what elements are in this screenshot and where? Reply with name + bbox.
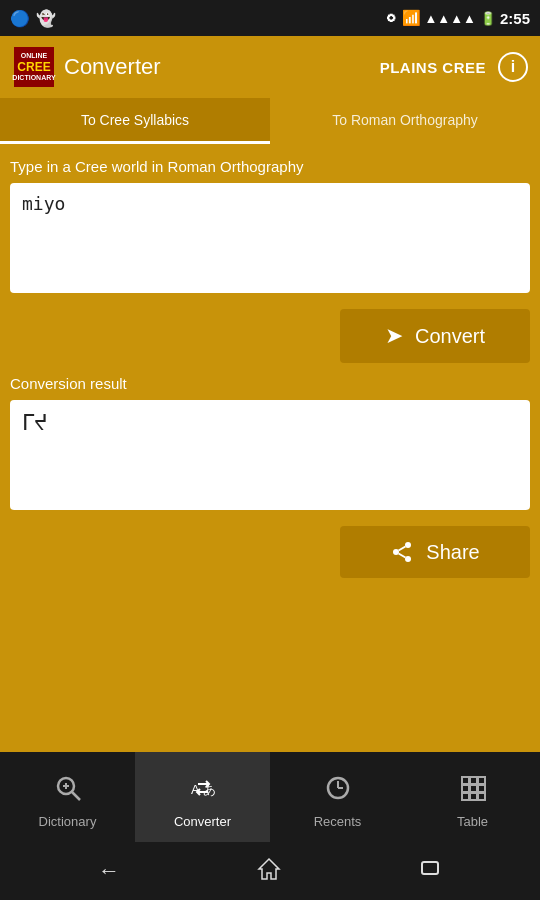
recents-button[interactable] [418,856,442,886]
main-content: Type in a Cree world in Roman Orthograph… [0,144,540,588]
header-left: ONLINE CREE DICTIONARY Converter [12,45,161,89]
output-label: Conversion result [10,375,530,392]
svg-rect-14 [462,777,469,784]
bluetooth-icon: ⭘ [384,10,398,26]
nav-label-table: Table [457,814,488,829]
logo-line2: CREE [17,60,50,74]
share-icon [390,540,414,564]
app-logo: ONLINE CREE DICTIONARY [12,45,56,89]
share-button[interactable]: Share [340,526,530,578]
header-right: PLAINS CREE i [380,52,528,82]
send-icon: ➤ [385,323,403,349]
nav-item-dictionary[interactable]: Dictionary [0,752,135,842]
bottom-nav: Dictionary A あ Converter Recents [0,752,540,842]
svg-marker-23 [259,859,279,879]
table-icon [459,774,487,809]
svg-rect-24 [422,862,438,874]
input-instruction: Type in a Cree world in Roman Orthograph… [10,158,530,175]
svg-line-4 [399,547,406,551]
header: ONLINE CREE DICTIONARY Converter PLAINS … [0,36,540,98]
svg-point-0 [405,542,411,548]
logo-line3: DICTIONARY [12,74,55,82]
svg-rect-21 [470,793,477,800]
wifi-icon: 📶 [402,9,421,27]
nav-label-converter: Converter [174,814,231,829]
convert-button-label: Convert [415,325,485,348]
svg-line-6 [72,792,80,800]
nav-item-table[interactable]: Table [405,752,540,842]
svg-rect-19 [478,785,485,792]
conversion-output [10,400,530,510]
nav-item-converter[interactable]: A あ Converter [135,752,270,842]
app-title: Converter [64,54,161,80]
home-button[interactable] [256,856,282,887]
svg-rect-20 [462,793,469,800]
svg-rect-16 [478,777,485,784]
nav-label-dictionary: Dictionary [39,814,97,829]
signal-icon: ▲▲▲▲ [425,11,476,26]
battery-icon: 🔋 [480,11,496,26]
sim-icon: 🔵 [10,9,30,28]
svg-point-1 [393,549,399,555]
svg-rect-22 [478,793,485,800]
nav-label-recents: Recents [314,814,362,829]
svg-point-2 [405,556,411,562]
system-nav-bar: ← [0,842,540,900]
logo-line1: ONLINE [21,52,47,60]
tab-to-syllabics-label: To Cree Syllabics [81,112,189,128]
ghost-icon: 👻 [36,9,56,28]
svg-rect-17 [462,785,469,792]
converter-icon: A あ [188,774,218,809]
status-right: ⭘ 📶 ▲▲▲▲ 🔋 2:55 [384,9,531,27]
dictionary-icon [54,774,82,809]
recents-icon [324,774,352,809]
status-bar: 🔵 👻 ⭘ 📶 ▲▲▲▲ 🔋 2:55 [0,0,540,36]
tab-to-syllabics[interactable]: To Cree Syllabics [0,98,270,144]
convert-button[interactable]: ➤ Convert [340,309,530,363]
tab-bar: To Cree Syllabics To Roman Orthography [0,98,540,144]
status-left: 🔵 👻 [10,9,56,28]
share-button-label: Share [426,541,479,564]
tab-to-roman-label: To Roman Orthography [332,112,478,128]
svg-line-3 [399,554,406,558]
clock: 2:55 [500,10,530,27]
language-label[interactable]: PLAINS CREE [380,59,486,76]
info-icon-label: i [511,58,515,76]
svg-rect-18 [470,785,477,792]
info-button[interactable]: i [498,52,528,82]
svg-rect-15 [470,777,477,784]
cree-input[interactable] [10,183,530,293]
tab-to-roman[interactable]: To Roman Orthography [270,98,540,144]
back-button[interactable]: ← [98,858,120,884]
nav-item-recents[interactable]: Recents [270,752,405,842]
